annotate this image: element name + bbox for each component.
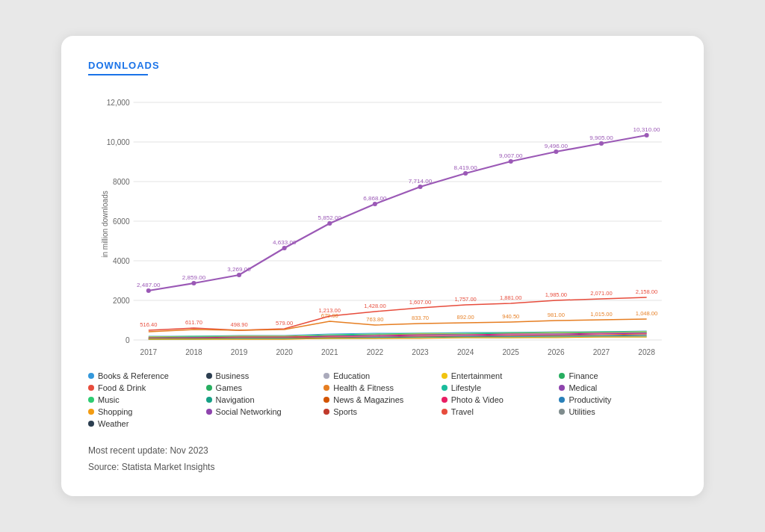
legend-dot <box>88 421 94 427</box>
legend-item: Books & Reference <box>88 371 206 380</box>
svg-text:6,868.00: 6,868.00 <box>363 195 387 202</box>
svg-text:2028: 2028 <box>638 348 655 356</box>
legend-label: News & Magazines <box>333 395 403 404</box>
title-underline <box>88 74 148 75</box>
legend-area: Books & Reference Food & Drink Music Sho… <box>88 371 677 428</box>
svg-text:4000: 4000 <box>113 257 130 265</box>
legend-item: Lifestyle <box>442 383 560 392</box>
legend-item: Utilities <box>559 407 677 416</box>
legend-dot <box>442 373 447 379</box>
legend-label: Utilities <box>569 407 595 416</box>
legend-label: Business <box>216 371 250 380</box>
legend-col-1: Books & Reference Food & Drink Music Sho… <box>88 371 206 428</box>
legend-dot <box>323 409 329 415</box>
svg-text:9,905.00: 9,905.00 <box>589 134 613 141</box>
svg-text:10,310.00: 10,310.00 <box>634 126 660 133</box>
svg-text:516.40: 516.40 <box>140 321 157 328</box>
legend-col-3: Education Health & Fitness News & Magazi… <box>323 371 442 428</box>
svg-point-66 <box>509 159 513 164</box>
legend-item: Social Networking <box>206 407 324 416</box>
legend-item: Weather <box>88 419 206 428</box>
legend-item: Medical <box>559 383 677 392</box>
chart-svg: 0 2000 4000 6000 8000 10,000 12,000 2017… <box>88 86 677 362</box>
svg-text:2020: 2020 <box>276 348 293 356</box>
svg-text:2023: 2023 <box>412 348 429 356</box>
chart-area: in million downloads 0 2000 4000 6000 80… <box>88 86 677 362</box>
legend-dot <box>442 397 447 403</box>
svg-text:2025: 2025 <box>503 348 520 356</box>
legend-label: Music <box>98 395 120 404</box>
legend-item: Education <box>323 371 442 380</box>
legend-dot <box>442 385 447 391</box>
footer-source: Source: Statista Market Insights <box>88 460 677 476</box>
legend-col-5: Finance Medical Productivity Utilities <box>559 371 677 428</box>
svg-text:0: 0 <box>126 336 130 344</box>
legend-label: Social Networking <box>216 407 282 416</box>
svg-text:2022: 2022 <box>367 348 384 356</box>
svg-text:8000: 8000 <box>113 178 130 186</box>
svg-text:2019: 2019 <box>231 348 248 356</box>
legend-dot <box>88 385 94 391</box>
svg-text:981.00: 981.00 <box>548 312 565 318</box>
legend-label: Lifestyle <box>451 383 481 392</box>
legend-col-4: Entertainment Lifestyle Photo & Video Tr… <box>442 371 560 428</box>
legend-dot <box>206 373 212 379</box>
svg-text:1,015.00: 1,015.00 <box>590 311 612 318</box>
svg-text:2021: 2021 <box>321 348 338 356</box>
svg-text:579.00: 579.00 <box>276 320 293 327</box>
svg-text:2000: 2000 <box>113 297 130 305</box>
svg-point-61 <box>282 246 287 250</box>
legend-dot <box>88 397 94 403</box>
svg-text:892.00: 892.00 <box>457 314 474 321</box>
svg-text:4,633.00: 4,633.00 <box>273 239 297 246</box>
svg-text:9,007.00: 9,007.00 <box>499 152 523 159</box>
svg-text:2,487.00: 2,487.00 <box>137 282 161 288</box>
legend-label: Shopping <box>98 407 133 416</box>
legend-dot <box>206 397 212 403</box>
svg-text:1,985.00: 1,985.00 <box>545 291 567 298</box>
svg-text:2,071.00: 2,071.00 <box>590 290 612 297</box>
svg-point-69 <box>645 133 649 137</box>
svg-text:1,428.00: 1,428.00 <box>364 303 385 309</box>
svg-text:5,852.00: 5,852.00 <box>318 214 342 221</box>
legend-item: Food & Drink <box>88 383 206 392</box>
legend-label: Finance <box>569 371 598 380</box>
legend-label: Entertainment <box>451 371 502 380</box>
legend-item: Games <box>206 383 324 392</box>
legend-label: Education <box>333 371 370 380</box>
legend-label: Games <box>216 383 242 392</box>
svg-text:833.70: 833.70 <box>412 315 429 321</box>
svg-text:2027: 2027 <box>593 348 610 356</box>
svg-text:1,881.00: 1,881.00 <box>500 294 521 301</box>
legend-dot <box>206 385 212 391</box>
legend-dot <box>442 409 447 415</box>
legend-col-2: Business Games Navigation Social Network… <box>206 371 324 428</box>
svg-text:7,714.00: 7,714.00 <box>409 178 433 185</box>
svg-text:2,158.00: 2,158.00 <box>636 288 657 295</box>
legend-dot <box>323 397 329 403</box>
legend-label: Books & Reference <box>98 371 169 380</box>
svg-text:498.90: 498.90 <box>230 321 247 328</box>
legend-label: Productivity <box>569 395 611 404</box>
legend-item: Business <box>206 371 324 380</box>
svg-text:679.90: 679.90 <box>321 312 338 319</box>
legend-item: Navigation <box>206 395 324 404</box>
svg-text:12,000: 12,000 <box>107 99 130 107</box>
svg-text:9,496.00: 9,496.00 <box>545 143 569 149</box>
legend-item: News & Magazines <box>323 395 442 404</box>
legend-item: Finance <box>559 371 677 380</box>
svg-text:10,000: 10,000 <box>107 138 130 146</box>
svg-point-67 <box>554 149 558 154</box>
legend-dot <box>206 409 212 415</box>
legend-item: Shopping <box>88 407 206 416</box>
legend-label: Navigation <box>216 395 255 404</box>
svg-text:2018: 2018 <box>185 348 202 356</box>
svg-text:8,419.00: 8,419.00 <box>453 164 477 171</box>
legend-label: Food & Drink <box>98 383 146 392</box>
legend-label: Health & Fitness <box>333 383 394 392</box>
legend-item: Music <box>88 395 206 404</box>
svg-text:3,269.00: 3,269.00 <box>227 266 251 273</box>
legend-item: Sports <box>323 407 442 416</box>
legend-label: Medical <box>569 383 597 392</box>
svg-text:1,757.00: 1,757.00 <box>454 296 476 303</box>
